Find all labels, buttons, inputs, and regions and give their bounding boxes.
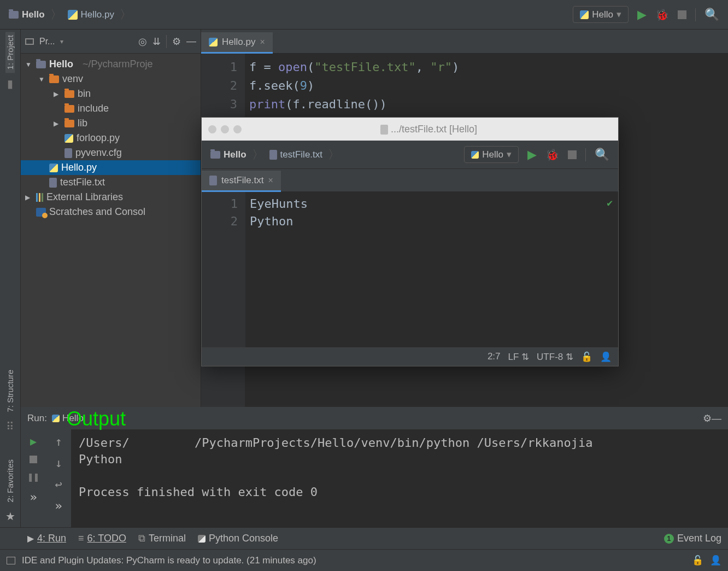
tree-bin[interactable]: ▶ bin — [21, 86, 201, 101]
sidebar-title[interactable]: Pr... — [39, 37, 55, 46]
stop-button[interactable] — [30, 456, 37, 463]
tab-testfile[interactable]: testFile.txt × — [202, 171, 281, 192]
debug-button[interactable]: 🐞 — [655, 8, 669, 21]
breadcrumb-file[interactable]: testFile.txt — [265, 144, 327, 165]
wrap-button[interactable]: ↩ — [55, 477, 62, 491]
python-icon — [198, 535, 206, 543]
secondary-code-body[interactable]: ✔ EyeHunts Python — [245, 192, 618, 347]
inspector-icon[interactable]: 👤 — [600, 351, 612, 363]
gear-icon[interactable]: ⚙ — [172, 36, 181, 48]
stop-button[interactable] — [568, 150, 577, 159]
lock-icon[interactable]: 🔓 — [581, 351, 592, 363]
status-message[interactable]: IDE and Plugin Updates: PyCharm is ready… — [22, 555, 316, 566]
tool-terminal[interactable]: ⧉Terminal — [138, 533, 186, 544]
editor-tab-hello[interactable]: Hello.py × — [201, 32, 273, 54]
tool-todo[interactable]: ≡6: TODO — [78, 533, 126, 544]
breadcrumb-project[interactable]: Hello — [206, 144, 251, 165]
tree-pyvenv[interactable]: pyvenv.cfg — [21, 145, 201, 160]
close-icon[interactable]: × — [260, 37, 265, 47]
folder-icon — [64, 105, 74, 113]
tree-hello-selected[interactable]: Hello.py — [21, 160, 201, 175]
breadcrumb-project[interactable]: Hello — [4, 4, 49, 25]
run-button[interactable]: ▶ — [637, 8, 647, 22]
chevron-right-icon: 〉 — [252, 147, 264, 163]
up-button[interactable]: ↑ — [55, 435, 62, 448]
status-icon[interactable] — [7, 557, 15, 564]
project-tool-tab[interactable]: 1: Project — [5, 32, 15, 73]
pause-button[interactable]: ❚❚ — [27, 471, 39, 482]
library-icon — [36, 193, 43, 202]
arrow-right-icon[interactable]: ▶ — [25, 194, 33, 201]
editor-tabs: Hello.py × — [201, 30, 728, 54]
maximize-window-icon[interactable] — [233, 125, 242, 133]
arrow-down-icon[interactable]: ▼ — [38, 75, 46, 83]
search-button[interactable]: 🔍 — [595, 148, 609, 162]
minimize-icon[interactable]: — — [186, 36, 196, 47]
inspector-icon[interactable]: 👤 — [710, 555, 721, 566]
run-output[interactable]: /Users/ /PycharmProjects/Hello/venv/bin/… — [71, 429, 728, 527]
more-button[interactable]: » — [55, 499, 62, 512]
folder-icon[interactable]: ▮ — [7, 77, 13, 90]
tree-include[interactable]: include — [21, 101, 201, 116]
tool-python-console[interactable]: Python Console — [198, 533, 278, 544]
gear-icon[interactable]: ⚙ — [703, 412, 712, 424]
run-configuration-selector[interactable]: Hello ▾ — [573, 6, 629, 23]
scratch-icon — [36, 208, 46, 217]
project-tree[interactable]: ▼ Hello ~/PycharmProje ▼ venv ▶ bin incl… — [21, 54, 201, 223]
secondary-tabs: testFile.txt × — [202, 169, 618, 192]
structure-tool-tab[interactable]: 7: Structure — [5, 366, 15, 416]
down-button[interactable]: ↓ — [55, 456, 62, 470]
run-button[interactable]: ▶ — [527, 148, 537, 162]
more-button[interactable]: » — [30, 490, 37, 504]
debug-button[interactable]: 🐞 — [545, 148, 559, 161]
collapse-icon[interactable]: ⇊ — [152, 36, 161, 48]
close-icon[interactable]: × — [268, 176, 273, 185]
tree-venv[interactable]: ▼ venv — [21, 72, 201, 86]
divider — [695, 8, 696, 21]
run-configuration-selector[interactable]: Hello ▾ — [464, 146, 519, 163]
minimize-icon[interactable]: — — [712, 413, 721, 424]
python-icon — [52, 415, 60, 422]
window-title: .../testFile.txt [Hello] — [246, 124, 612, 135]
bottom-tool-strip: ▶4: Run ≡6: TODO ⧉Terminal Python Consol… — [0, 527, 728, 549]
window-titlebar[interactable]: .../testFile.txt [Hello] — [202, 118, 618, 141]
stop-button[interactable] — [678, 10, 686, 19]
chevron-down-icon[interactable]: ▾ — [60, 38, 63, 45]
close-window-icon[interactable] — [208, 125, 216, 133]
encoding[interactable]: UTF-8 ⇅ — [537, 351, 573, 363]
python-file-icon — [49, 164, 58, 172]
chevron-right-icon: 〉 — [120, 7, 132, 23]
run-controls-rail: ▶ ❚❚ » — [21, 429, 46, 527]
tree-testfile[interactable]: testFile.txt — [21, 175, 201, 190]
divider — [166, 35, 167, 48]
secondary-window[interactable]: .../testFile.txt [Hello] Hello 〉 testFil… — [201, 117, 619, 366]
arrow-right-icon[interactable]: ▶ — [54, 90, 61, 98]
tool-run[interactable]: ▶4: Run — [27, 533, 66, 544]
target-icon[interactable]: ◎ — [138, 36, 147, 48]
arrow-right-icon[interactable]: ▶ — [54, 120, 61, 127]
tree-lib[interactable]: ▶ lib — [21, 116, 201, 131]
secondary-status-bar: 2:7 LF ⇅ UTF-8 ⇅ 🔓 👤 — [202, 347, 618, 366]
line-separator[interactable]: LF ⇅ — [508, 351, 530, 363]
rerun-button[interactable]: ▶ — [30, 435, 37, 448]
secondary-editor[interactable]: 1 2 ✔ EyeHunts Python — [202, 192, 618, 347]
search-button[interactable]: 🔍 — [704, 8, 719, 22]
chevron-down-icon: ▾ — [507, 149, 512, 160]
tree-external-libs[interactable]: ▶ External Libraries — [21, 190, 201, 205]
project-sidebar: Pr... ▾ ◎ ⇊ ⚙ — ▼ Hello ~/PycharmProje ▼… — [21, 30, 201, 407]
arrow-down-icon[interactable]: ▼ — [25, 61, 33, 68]
breadcrumb-file[interactable]: Hello.py — [63, 4, 119, 25]
file-icon — [269, 150, 277, 160]
minimize-window-icon[interactable] — [221, 125, 229, 133]
output-annotation: Output — [67, 407, 126, 430]
lock-icon[interactable]: 🔓 — [692, 555, 703, 566]
favorites-tool-tab[interactable]: 2: Favorites — [5, 456, 15, 505]
tree-root[interactable]: ▼ Hello ~/PycharmProje — [21, 57, 201, 72]
tool-event-log[interactable]: 1 Event Log — [664, 533, 721, 544]
python-icon — [471, 151, 479, 159]
tree-scratches[interactable]: Scratches and Consol — [21, 205, 201, 219]
tree-forloop[interactable]: forloop.py — [21, 131, 201, 145]
cursor-position[interactable]: 2:7 — [488, 351, 501, 362]
run-output-rail: ↑ ↓ ↩ » — [46, 429, 71, 527]
top-navigation: Hello 〉 Hello.py 〉 Hello ▾ ▶ 🐞 🔍 — [0, 0, 728, 30]
